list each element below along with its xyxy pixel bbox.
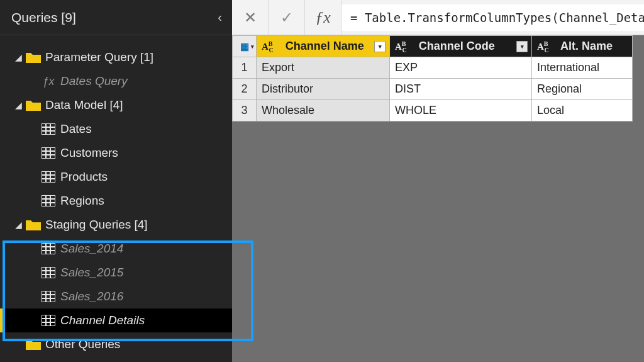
queries-pane: Queries [9] ‹ ◢ Parameter Query [1] ƒx D… bbox=[0, 0, 232, 362]
svg-rect-35 bbox=[42, 315, 55, 326]
data-grid: ▦ ▾ ABC Channel Name ▾ ABC Channel Code … bbox=[232, 35, 644, 122]
query-dates-query[interactable]: ƒx Dates Query bbox=[0, 69, 232, 93]
chevron-down-icon: ◢ bbox=[13, 52, 24, 62]
queries-header: Queries [9] ‹ bbox=[0, 0, 232, 35]
main-area: ✕ ✓ ƒx = Table.TransformColumnTypes(Chan… bbox=[232, 0, 644, 362]
query-regions[interactable]: Regions bbox=[0, 189, 232, 213]
table-icon bbox=[39, 315, 58, 326]
column-label: Channel Name bbox=[286, 40, 364, 52]
query-sales-2014[interactable]: Sales_2014 bbox=[0, 237, 232, 261]
table-corner-button[interactable]: ▦ ▾ bbox=[233, 36, 257, 57]
svg-rect-30 bbox=[42, 291, 55, 302]
svg-rect-0 bbox=[42, 123, 55, 135]
cell[interactable]: DIST bbox=[390, 79, 532, 100]
svg-rect-25 bbox=[42, 267, 55, 278]
cell[interactable]: Regional bbox=[532, 79, 633, 100]
folder-staging-queries[interactable]: ◢ Staging Queries [4] bbox=[0, 213, 232, 237]
folder-label: Data Model [4] bbox=[43, 98, 123, 112]
folder-parameter-query[interactable]: ◢ Parameter Query [1] bbox=[0, 45, 232, 69]
cell[interactable]: Local bbox=[532, 100, 633, 122]
svg-rect-10 bbox=[42, 171, 55, 183]
query-label: Sales_2015 bbox=[58, 266, 123, 280]
query-label: Products bbox=[58, 170, 108, 184]
column-header-channel-code[interactable]: ABC Channel Code ▾ bbox=[390, 36, 532, 57]
query-products[interactable]: Products bbox=[0, 165, 232, 189]
filter-dropdown-icon[interactable]: ▾ bbox=[516, 41, 528, 52]
type-text-icon: ABC bbox=[395, 42, 411, 52]
folder-icon bbox=[24, 218, 43, 231]
cell[interactable]: WHOLE bbox=[390, 100, 532, 122]
row-number: 1 bbox=[233, 57, 257, 79]
query-label: Sales_2014 bbox=[58, 242, 123, 256]
table-icon bbox=[39, 291, 58, 302]
queries-title: Queries [9] bbox=[11, 10, 76, 25]
table-row[interactable]: 2 Distributor DIST Regional bbox=[233, 79, 633, 100]
cell[interactable]: Export bbox=[257, 57, 390, 79]
folder-label: Other Queries bbox=[43, 337, 120, 351]
queries-tree: ◢ Parameter Query [1] ƒx Dates Query ◢ D… bbox=[0, 35, 232, 356]
svg-rect-15 bbox=[42, 195, 55, 206]
table-icon: ▦ bbox=[240, 41, 249, 52]
query-label: Dates bbox=[58, 122, 92, 136]
query-label: Regions bbox=[58, 194, 104, 208]
formula-bar: ✕ ✓ ƒx = Table.TransformColumnTypes(Chan… bbox=[232, 0, 644, 35]
collapse-queries-button[interactable]: ‹ bbox=[218, 10, 222, 25]
folder-icon bbox=[24, 51, 43, 64]
query-label: Sales_2016 bbox=[58, 290, 123, 303]
table-row[interactable]: 1 Export EXP International bbox=[233, 57, 633, 79]
cell[interactable]: International bbox=[532, 57, 633, 79]
folder-label: Staging Queries [4] bbox=[43, 218, 148, 232]
query-channel-details[interactable]: Channel Details bbox=[0, 308, 232, 332]
cell[interactable]: Wholesale bbox=[257, 100, 390, 122]
query-label: Channel Details bbox=[58, 314, 145, 327]
table-icon bbox=[39, 243, 58, 254]
table-icon bbox=[39, 123, 58, 135]
cell[interactable]: EXP bbox=[390, 57, 532, 79]
chevron-down-icon: ◢ bbox=[13, 220, 24, 230]
row-number: 2 bbox=[233, 79, 257, 100]
column-label: Channel Code bbox=[419, 40, 495, 52]
folder-label: Parameter Query [1] bbox=[43, 50, 153, 64]
table-row[interactable]: 3 Wholesale WHOLE Local bbox=[233, 100, 633, 122]
type-text-icon: ABC bbox=[537, 42, 553, 52]
commit-step-button[interactable]: ✓ bbox=[269, 0, 305, 35]
svg-rect-5 bbox=[42, 147, 55, 159]
folder-icon bbox=[24, 338, 43, 351]
folder-data-model[interactable]: ◢ Data Model [4] bbox=[0, 93, 232, 117]
fx-button[interactable]: ƒx bbox=[305, 0, 341, 35]
column-label: Alt. Name bbox=[560, 40, 613, 52]
svg-rect-20 bbox=[42, 243, 55, 254]
chevron-down-icon: ◢ bbox=[13, 100, 24, 110]
cell[interactable]: Distributor bbox=[257, 79, 390, 100]
column-header-alt-name[interactable]: ABC Alt. Name bbox=[532, 36, 633, 57]
table-icon bbox=[39, 147, 58, 159]
table-icon bbox=[39, 195, 58, 206]
table-icon bbox=[39, 171, 58, 183]
type-text-icon: ABC bbox=[262, 42, 277, 52]
folder-icon bbox=[24, 99, 43, 111]
query-label: Customers bbox=[58, 146, 118, 160]
formula-input[interactable]: = Table.TransformColumnTypes(Channel_Det… bbox=[341, 4, 644, 31]
query-sales-2016[interactable]: Sales_2016 bbox=[0, 285, 232, 308]
dropdown-icon: ▾ bbox=[251, 43, 254, 50]
cancel-step-button[interactable]: ✕ bbox=[232, 0, 269, 35]
column-header-channel-name[interactable]: ABC Channel Name ▾ bbox=[257, 36, 390, 57]
query-label: Dates Query bbox=[58, 74, 128, 88]
fx-icon: ƒx bbox=[39, 75, 58, 88]
table-icon bbox=[39, 267, 58, 278]
folder-other-queries[interactable]: ◢ Other Queries bbox=[0, 332, 232, 356]
query-dates[interactable]: Dates bbox=[0, 117, 232, 141]
filter-dropdown-icon[interactable]: ▾ bbox=[374, 41, 386, 52]
query-customers[interactable]: Customers bbox=[0, 141, 232, 165]
row-number: 3 bbox=[233, 100, 257, 122]
query-sales-2015[interactable]: Sales_2015 bbox=[0, 261, 232, 285]
